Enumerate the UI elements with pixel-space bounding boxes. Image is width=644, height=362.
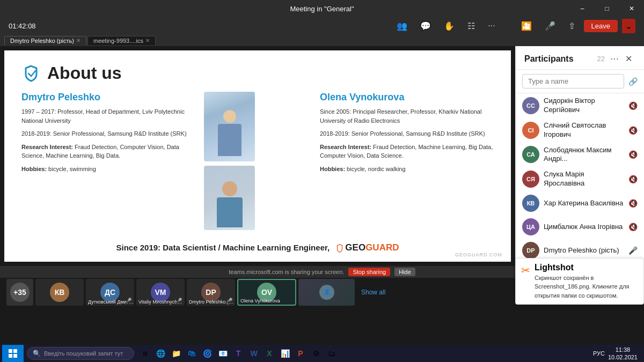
tab-meeting-label: meeting-9993....ics xyxy=(93,38,143,44)
taskbar-time-display: 11:38 xyxy=(608,346,638,353)
geo-text: GEO xyxy=(345,242,365,253)
edge-button[interactable]: 🌐 xyxy=(153,346,168,361)
thumb-avatar-plus: +35 xyxy=(10,283,30,302)
powerpoint-button[interactable]: P xyxy=(293,346,308,361)
person2-hobbies: Hobbies: bicycle, nordic walking xyxy=(320,165,494,174)
explorer-button[interactable]: 📁 xyxy=(169,346,184,361)
mic-muted-icon[interactable]: 🔇 xyxy=(628,150,638,159)
participants-icon[interactable]: 👥 xyxy=(392,19,412,33)
geoguard-brand: GEOGUARD xyxy=(335,243,399,252)
app11-button[interactable]: ⚙ xyxy=(309,346,324,361)
mic-muted-icon[interactable]: 🔇 xyxy=(628,101,638,110)
lightshot-icon: ✂ xyxy=(521,264,530,277)
video-thumb-kb[interactable]: КВ xyxy=(35,279,84,306)
taskbar-search-icon: 🔍 xyxy=(33,350,41,357)
search-input[interactable] xyxy=(522,74,624,88)
window-title: Meeting in "General" xyxy=(290,5,354,13)
participant-item[interactable]: КВ Хар Катерина Василівна 🔇 xyxy=(516,191,644,215)
excel-button[interactable]: X xyxy=(262,346,277,361)
app9-button[interactable]: 📊 xyxy=(277,346,292,361)
person1-bio2: 2018-2019: Senior Professional, Samsung … xyxy=(21,129,195,138)
panel-close-button[interactable]: ✕ xyxy=(622,53,635,65)
chat-icon[interactable]: 💬 xyxy=(416,19,435,33)
video-thumb-ov[interactable]: OV Olena Vynokurova xyxy=(237,279,296,306)
leave-chevron[interactable]: ⌄ xyxy=(622,19,635,33)
video-thumb-ds[interactable]: ДС Дутковський Дмитро... 🎤 xyxy=(86,279,134,306)
show-all-button[interactable]: Show all xyxy=(361,289,385,296)
person1-bio1: 1997 – 2017: Professor, Head of Departme… xyxy=(21,107,195,125)
mic-muted-icon[interactable]: 🔇 xyxy=(628,199,638,208)
slide-title: About us xyxy=(47,63,122,83)
tab-dmytro-close[interactable]: ✕ xyxy=(76,38,80,43)
store-button[interactable]: 🛍 xyxy=(184,346,199,361)
person2-research: Research Interest: Fraud Detection, Mach… xyxy=(320,143,494,160)
video-thumb-dp[interactable]: DP Dmytro Peleshko (рість) 🎤 xyxy=(187,279,235,306)
hide-button[interactable]: Hide xyxy=(394,268,415,276)
geoguard-icon xyxy=(335,243,345,253)
video-thumb-real[interactable]: 👤 xyxy=(298,279,355,306)
video-thumbnails: +35 КВ ДС Дутковський Дмитро... 🎤 VM Vit… xyxy=(4,277,387,308)
mic-icon[interactable]: 🎤 xyxy=(540,19,560,33)
participant-item[interactable]: СI Слічний Святослав Ігорович 🔇 xyxy=(516,118,644,143)
stop-sharing-button[interactable]: Stop sharing xyxy=(348,268,390,276)
windows-icon xyxy=(9,349,17,358)
taskbar-search-text: Введіть пошуковий запит тут xyxy=(44,350,123,357)
participant-item[interactable]: ЦА Цимбалюк Анна Ігорівна 🔇 xyxy=(516,215,644,239)
mic-active-icon[interactable]: 🎤 xyxy=(628,246,638,255)
lightshot-text: Скриншот сохранён в Screenshot_186.png. … xyxy=(535,274,638,300)
minimize-button[interactable]: – xyxy=(570,0,595,17)
teams-button[interactable]: T xyxy=(231,346,246,361)
panel-more-button[interactable]: ⋯ xyxy=(607,53,622,65)
more-participants-thumb[interactable]: +35 xyxy=(6,279,33,306)
start-button[interactable] xyxy=(2,345,24,362)
mic-muted-icon[interactable]: 🔇 xyxy=(628,126,638,135)
person1-hobbies: Hobbies: bicycle, swimming xyxy=(21,165,195,174)
meeting-time: 01:42:08 xyxy=(9,22,36,30)
slide-header: About us xyxy=(21,63,494,83)
close-button[interactable]: ✕ xyxy=(619,0,644,17)
tab-dmytro[interactable]: Dmytro Peleshko (рість) ✕ xyxy=(4,36,86,45)
lightshot-notification[interactable]: ✂ Lightshot Скриншот сохранён в Screensh… xyxy=(515,258,644,305)
participants-panel: Participants 22 ⋯ ✕ 🔗 СС Сидоркін Віктор… xyxy=(515,46,644,266)
person-figure-right xyxy=(208,168,251,227)
tab-meeting[interactable]: meeting-9993....ics ✕ xyxy=(87,36,156,45)
person2-name: Olena Vynokurova xyxy=(320,92,494,103)
tab-meeting-close[interactable]: ✕ xyxy=(145,38,150,43)
slide-col-left: Dmytro Peleshko 1997 – 2017: Professor, … xyxy=(21,92,195,230)
screen-share-icon[interactable]: ☷ xyxy=(463,19,479,33)
avatar: СЯ xyxy=(522,171,539,188)
app12-button[interactable]: 🗂 xyxy=(324,346,339,361)
raise-hand-icon[interactable]: ✋ xyxy=(440,19,459,33)
leave-button[interactable]: Leave xyxy=(584,20,618,32)
word-button[interactable]: W xyxy=(246,346,261,361)
chrome-button[interactable]: 🌀 xyxy=(200,346,215,361)
thumb-label-ov: Olena Vynokurova xyxy=(240,298,280,304)
mic-muted-icon[interactable]: 🔇 xyxy=(628,223,638,231)
participant-item[interactable]: СС Сидоркін Віктор Сергійович 🔇 xyxy=(516,93,644,118)
maximize-button[interactable]: □ xyxy=(595,0,619,17)
more-options-icon[interactable]: ··· xyxy=(484,19,499,33)
svg-rect-1 xyxy=(13,349,17,353)
share-notice-text: teams.microsoft.com is sharing your scre… xyxy=(229,269,344,275)
video-thumb-vm[interactable]: VM Vitaliy Miroshnychenko... 🎤 xyxy=(136,279,185,306)
person-figure-left xyxy=(208,97,251,156)
participant-item[interactable]: СА Слободянюк Максим Андрі... 🔇 xyxy=(516,143,644,167)
mic-indicator-ds: 🎤 xyxy=(125,298,132,305)
window-controls: – □ ✕ xyxy=(570,0,644,17)
camera-icon[interactable]: 🎦 xyxy=(517,19,536,33)
participant-item[interactable]: СЯ Слука Марія Ярославівна 🔇 xyxy=(516,167,644,191)
guard-text: GUARD xyxy=(365,242,399,253)
participant-name: Слічний Святослав Ігорович xyxy=(544,121,624,139)
tab-dmytro-label: Dmytro Peleshko (рість) xyxy=(10,38,74,44)
mail-button[interactable]: 📧 xyxy=(215,346,230,361)
mic-muted-icon[interactable]: 🔇 xyxy=(628,175,638,183)
participant-name: Слука Марія Ярославівна xyxy=(544,170,624,188)
thumb-real-avatar: 👤 xyxy=(319,285,334,300)
person2-bio2: 2018-2019: Senior Professional, Samsung … xyxy=(320,129,494,138)
taskbar-search[interactable]: 🔍 Введіть пошуковий запит тут xyxy=(27,347,134,360)
mic-indicator-dp: 🎤 xyxy=(225,298,233,305)
person1-name: Dmytro Peleshko xyxy=(21,92,195,103)
share-content-icon[interactable]: ⇧ xyxy=(564,19,580,33)
invite-link-icon[interactable]: 🔗 xyxy=(626,75,640,88)
task-view-button[interactable]: ⊞ xyxy=(137,346,152,361)
